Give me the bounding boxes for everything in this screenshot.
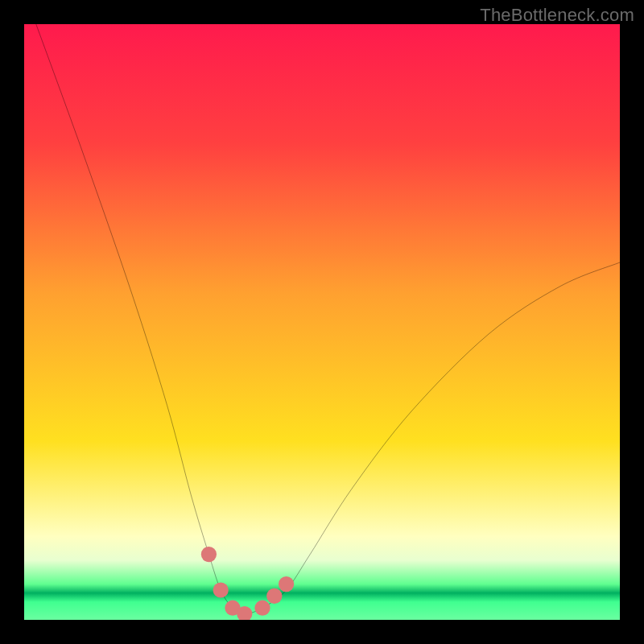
chart-frame: TheBottleneck.com xyxy=(0,0,644,644)
highlight-dot xyxy=(279,576,294,592)
highlight-dot xyxy=(201,547,217,562)
bottleneck-curve-svg xyxy=(24,24,620,620)
bottleneck-curve xyxy=(36,24,620,614)
highlight-dot xyxy=(213,582,229,597)
watermark-text: TheBottleneck.com xyxy=(480,5,634,26)
highlight-dot xyxy=(266,588,282,604)
highlight-dot xyxy=(254,601,270,616)
plot-area xyxy=(24,24,620,620)
highlight-dots xyxy=(201,547,294,620)
